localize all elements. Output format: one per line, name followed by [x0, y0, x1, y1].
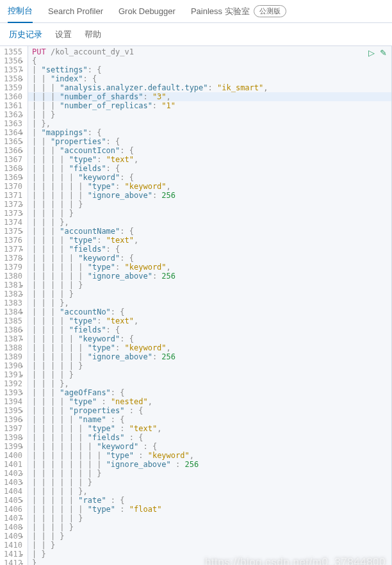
code-line[interactable]: | } — [32, 550, 392, 559]
editor[interactable]: ▷ ✎ 13551356▾1357▾1358▾1359136013611362▾… — [0, 45, 392, 565]
fold-icon[interactable]: ▾ — [19, 201, 24, 206]
code-line[interactable]: | | | | | } — [32, 281, 392, 290]
code-line[interactable]: | | | | | "keyword": { — [32, 334, 392, 343]
subtab-settings[interactable]: 设置 — [55, 29, 72, 40]
fold-icon[interactable]: ▾ — [19, 227, 24, 233]
code-line[interactable]: | | | "accountName": { — [32, 227, 392, 236]
code-line[interactable]: | | | | | } — [32, 200, 392, 209]
code-line[interactable]: | | | | | | "type": "keyword", — [32, 343, 392, 352]
code-line[interactable]: | | | | "type": "text", — [32, 155, 392, 164]
code-line[interactable]: | | | | | "keyword": { — [32, 254, 392, 263]
code-line[interactable]: | | | }, — [32, 299, 392, 307]
fold-icon[interactable]: ▾ — [19, 559, 24, 564]
code-line[interactable]: | | | "ageOfFans": { — [32, 388, 392, 397]
code-line[interactable]: | | | }, — [32, 218, 392, 227]
fold-icon[interactable]: ▾ — [19, 371, 24, 376]
code-line[interactable]: | | | "analysis.analyzer.default.type": … — [32, 83, 392, 92]
fold-icon[interactable]: ▾ — [19, 66, 24, 71]
code-line[interactable]: | | | | | }, — [32, 487, 392, 496]
fold-icon[interactable]: ▾ — [19, 165, 24, 170]
fold-icon[interactable]: ▾ — [19, 245, 24, 250]
fold-icon[interactable]: ▾ — [19, 407, 24, 412]
code-line[interactable]: | | | | | | "type": "keyword", — [32, 263, 392, 272]
code-line[interactable]: | | | | | "name" : { — [32, 415, 392, 424]
code-area[interactable]: PUT /kol_account_dy_v1{| "settings": {| … — [28, 46, 392, 565]
tab-search-profiler[interactable]: Search Profiler — [48, 1, 103, 21]
code-line[interactable]: | "settings": { — [32, 65, 392, 74]
code-line[interactable]: | | | | | | | } — [32, 469, 392, 478]
fold-icon[interactable]: ▾ — [19, 335, 24, 340]
code-line[interactable]: | | | | | | "type" : "text", — [32, 424, 392, 433]
code-line[interactable]: | | | | | } — [32, 361, 392, 370]
code-line[interactable]: | | | | } — [32, 370, 392, 379]
code-line[interactable]: | | | } — [32, 532, 392, 541]
fold-icon[interactable]: ▾ — [19, 479, 24, 484]
code-line[interactable]: | "mappings": { — [32, 128, 392, 137]
fold-icon[interactable]: ▾ — [19, 532, 24, 537]
code-line[interactable]: | | | | | "rate" : { — [32, 496, 392, 505]
tab-console[interactable]: 控制台 — [8, 0, 33, 23]
code-line[interactable]: | | "index": { — [32, 74, 392, 83]
code-line[interactable]: | | | | "properties" : { — [32, 406, 392, 415]
code-line[interactable]: | | | | | | "ignore_above": 256 — [32, 191, 392, 200]
code-line[interactable]: | | | | } — [32, 209, 392, 218]
subtab-history[interactable]: 历史记录 — [9, 29, 42, 40]
code-line[interactable]: | | | | | | "ignore_above": 256 — [32, 352, 392, 361]
code-line[interactable]: | | | | "fields": { — [32, 325, 392, 334]
fold-icon[interactable]: ▾ — [19, 57, 24, 62]
code-line[interactable]: | | | | } — [32, 290, 392, 299]
code-line[interactable]: | | | "accountIcon": { — [32, 146, 392, 155]
fold-icon[interactable]: ▾ — [19, 138, 24, 143]
fold-icon[interactable]: ▾ — [19, 470, 24, 475]
code-line[interactable]: | | | | "type" : "nested", — [32, 397, 392, 406]
fold-icon[interactable]: ▾ — [19, 550, 24, 555]
code-line[interactable]: } — [32, 559, 392, 565]
code-line[interactable]: | | | | | | } — [32, 478, 392, 487]
fold-icon[interactable]: ▾ — [19, 496, 24, 502]
tab-grok-debugger[interactable]: Grok Debugger — [118, 1, 176, 21]
fold-icon[interactable]: ▾ — [19, 326, 24, 331]
code-line[interactable]: | | | "number_of_shards": "3", — [28, 92, 392, 101]
fold-icon[interactable]: ▾ — [19, 362, 24, 367]
code-line[interactable]: | | | | | | "type": "keyword", — [32, 182, 392, 191]
fold-icon[interactable]: ▾ — [19, 443, 24, 448]
fold-icon[interactable]: ▾ — [19, 209, 24, 215]
code-line[interactable]: | | | "number_of_replicas": "1" — [32, 101, 392, 110]
fold-icon[interactable]: ▾ — [19, 111, 24, 116]
code-line[interactable]: | | | | | | | "keyword" : { — [32, 442, 392, 451]
fold-icon[interactable]: ▾ — [19, 281, 24, 286]
code-line[interactable]: | | | | "fields": { — [32, 245, 392, 254]
fold-icon[interactable]: ▾ — [19, 523, 24, 528]
code-line[interactable]: | | | | | | "ignore_above": 256 — [32, 272, 392, 281]
code-line[interactable]: | | } — [32, 541, 392, 550]
code-line[interactable]: | | } — [32, 110, 392, 119]
subtab-help[interactable]: 帮助 — [85, 29, 101, 40]
fold-icon[interactable]: ▾ — [19, 308, 24, 313]
fold-icon[interactable]: ▾ — [19, 290, 24, 295]
fold-icon[interactable]: ▾ — [19, 129, 24, 134]
fold-icon[interactable]: ▾ — [19, 147, 24, 152]
code-line[interactable]: { — [32, 56, 392, 65]
code-line[interactable]: | | | | } — [32, 523, 392, 532]
code-line[interactable]: | | | | "type": "text", — [32, 236, 392, 245]
code-line[interactable]: | | "properties": { — [32, 137, 392, 146]
tab-painless-lab[interactable]: Painless 实验室 公测版 — [191, 0, 286, 22]
code-line[interactable]: | | | | | | "type" : "float" — [32, 505, 392, 514]
fold-icon[interactable]: ▾ — [19, 416, 24, 421]
code-line[interactable]: | | | | | } — [32, 514, 392, 523]
fold-icon[interactable]: ▾ — [19, 389, 24, 394]
code-line[interactable]: | | | | | | | | "ignore_above" : 256 — [32, 460, 392, 469]
code-line[interactable]: | | | | | "keyword": { — [32, 173, 392, 182]
fold-icon[interactable]: ▾ — [19, 434, 24, 439]
fold-icon[interactable]: ▾ — [19, 254, 24, 259]
code-line[interactable]: | | | | "type": "text", — [32, 316, 392, 325]
fold-icon[interactable]: ▾ — [19, 174, 24, 179]
code-line[interactable]: | | | | "fields": { — [32, 164, 392, 173]
code-line[interactable]: | }, — [32, 119, 392, 128]
code-line[interactable]: | | | }, — [32, 379, 392, 388]
fold-icon[interactable]: ▾ — [19, 514, 24, 520]
code-line[interactable]: | | | | | | | | "type" : "keyword", — [32, 451, 392, 460]
fold-icon[interactable]: ▾ — [19, 75, 24, 80]
code-line[interactable]: PUT /kol_account_dy_v1 — [32, 47, 392, 56]
code-line[interactable]: | | | "accountNo": { — [32, 307, 392, 316]
